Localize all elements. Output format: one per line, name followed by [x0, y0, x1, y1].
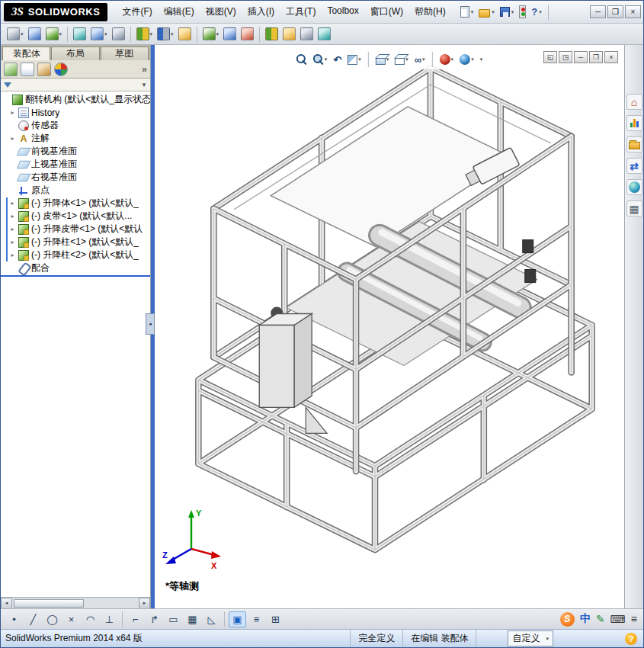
tree-item-component-lift-column-1[interactable]: (-) 升降柱<1> (默认<默认_ [1, 236, 150, 249]
handwriting-icon[interactable]: ✎ [596, 613, 605, 625]
close-button[interactable]: × [625, 5, 641, 18]
menu-help[interactable]: 帮助(H) [409, 2, 451, 21]
zoom-to-area-button[interactable]: ▾ [312, 51, 329, 68]
tree-item-component-lift-column-2[interactable]: (-) 升降柱<2> (默认<默认_ [1, 249, 150, 261]
circle-tool[interactable]: ◯ [43, 611, 61, 627]
perpendicular-tool[interactable]: ⊥ [101, 611, 118, 627]
bill-of-materials-button[interactable]: ▾ [201, 26, 221, 43]
assembly-features-button[interactable]: ▾ [135, 26, 155, 43]
add-view-tool[interactable]: ⊞ [267, 611, 284, 627]
assembly-model[interactable] [155, 45, 624, 608]
edit-appearance-button[interactable]: ▾ [438, 51, 456, 68]
ime-menu-icon[interactable]: ≡ [631, 613, 637, 625]
help-button[interactable]: ?▾ [530, 4, 543, 21]
mate-button[interactable] [27, 26, 43, 43]
file-explorer-button[interactable]: ⇄ [626, 158, 642, 174]
menu-file[interactable]: 文件(F) [117, 2, 157, 21]
grid-tool[interactable]: ▦ [184, 611, 201, 627]
tree-item-origin[interactable]: 原点 [1, 184, 150, 197]
tree-item-mates[interactable]: 配合 [1, 261, 150, 274]
rebuild-button[interactable] [517, 4, 527, 21]
external-references-button[interactable] [299, 26, 315, 43]
keyboard-icon[interactable]: ⌨ [610, 613, 626, 625]
graphics-viewport[interactable]: ▾ ↶ ▾ ▾ ▾ ∞▾ ▾ ▾ ▾ ◱ ◳ ─ ❐ × [155, 45, 624, 608]
tree-item-component-lift-body-1[interactable]: (-) 升降体<1> (默认<默认_ [1, 197, 150, 210]
open-button[interactable]: ▾ [477, 4, 496, 21]
arc-tool[interactable]: ◠ [82, 611, 99, 627]
apply-scene-button[interactable]: ▾ [458, 51, 476, 68]
splitter-collapse-button[interactable] [146, 313, 155, 335]
menu-toolbox[interactable]: Toolbox [322, 2, 364, 21]
tab-assembly[interactable]: 装配体 [2, 47, 50, 60]
doc-close-button[interactable]: × [604, 51, 618, 63]
exploded-view-button[interactable] [222, 26, 238, 43]
tab-layout[interactable]: 布局 [51, 47, 99, 60]
scroll-right-button[interactable]: ▸ [139, 598, 150, 609]
smart-fasteners-button[interactable] [72, 26, 88, 43]
tree-item-flip-mechanism[interactable]: 翻转机构 (默认<默认_显示状态 [1, 93, 150, 106]
expand-arrow-icon[interactable] [9, 226, 16, 233]
custom-properties-button[interactable]: ▦ [626, 200, 642, 217]
property-manager-tab-icon[interactable] [21, 63, 34, 76]
new-motion-study-button[interactable] [177, 26, 193, 43]
tree-item-front-plane[interactable]: 前视基准面 [1, 145, 150, 158]
scrollbar-thumb[interactable] [14, 599, 84, 608]
expand-arrow-icon[interactable] [9, 252, 16, 258]
scroll-left-button[interactable]: ◂ [1, 598, 12, 609]
expand-arrow-icon[interactable] [9, 135, 16, 142]
ime-language-toggle[interactable]: 中 [580, 612, 591, 626]
offset-tool[interactable]: ⌐ [127, 611, 144, 627]
tab-sketch[interactable]: 草图 [101, 47, 149, 60]
normal-to-tool[interactable]: ▣ [229, 611, 246, 627]
display-style-button[interactable]: ▾ [393, 51, 410, 68]
solidworks-resources-button[interactable]: ⌂ [626, 94, 642, 110]
feature-tree-tab-icon[interactable] [4, 63, 18, 76]
angle-tool[interactable]: ◺ [203, 611, 220, 627]
sketch-point-tool[interactable]: • [5, 611, 23, 627]
design-library-button[interactable] [626, 136, 642, 152]
dimxpert-tab-icon[interactable] [54, 63, 68, 76]
interference-detection-button[interactable] [264, 26, 280, 43]
tree-item-sensors[interactable]: 传感器 [1, 119, 150, 132]
tree-item-annotations[interactable]: 注解 [1, 132, 150, 145]
doc-restore-button[interactable]: ❐ [589, 51, 603, 63]
hide-show-items-button[interactable]: ∞▾ [413, 51, 427, 68]
list-tool[interactable]: ≡ [248, 611, 265, 627]
linear-component-pattern-button[interactable]: ▾ [44, 26, 64, 43]
configuration-manager-tab-icon[interactable] [37, 63, 51, 76]
menu-insert[interactable]: 插入(I) [242, 2, 280, 21]
zoom-to-fit-button[interactable] [295, 51, 309, 68]
menu-window[interactable]: 窗口(W) [365, 2, 409, 21]
expand-arrow-icon[interactable] [9, 213, 16, 220]
view-orientation-button[interactable]: ▾ [374, 51, 391, 68]
reference-geometry-button[interactable]: ▾ [155, 26, 175, 43]
custom-dropdown[interactable]: 自定义 ▾ [508, 630, 553, 646]
doc-minimize-button[interactable]: ─ [574, 51, 588, 63]
rollback-bar[interactable] [1, 275, 150, 277]
tree-item-component-belt-1[interactable]: (-) 皮带<1> (默认<默认... [1, 210, 150, 223]
menu-view[interactable]: 视图(V) [200, 2, 242, 21]
line-tool[interactable]: ╱ [24, 611, 42, 627]
expand-arrow-icon[interactable] [9, 200, 16, 207]
explode-line-sketch-button[interactable] [239, 26, 255, 43]
section-view-button[interactable]: ▾ [346, 51, 363, 68]
tile-window-button[interactable]: ◱ [543, 51, 557, 63]
restore-button[interactable]: ❐ [607, 5, 623, 18]
menu-tools[interactable]: 工具(T) [280, 2, 321, 21]
previous-view-button[interactable]: ↶ [332, 51, 343, 68]
expand-arrow-icon[interactable] [9, 109, 16, 116]
cascade-window-button[interactable]: ◳ [559, 51, 572, 63]
instant-3d-button[interactable] [281, 26, 297, 43]
appearances-scenes-button[interactable] [626, 179, 642, 195]
sogou-logo-icon[interactable]: S [560, 612, 575, 627]
move-component-button[interactable]: ▾ [89, 26, 109, 43]
tree-item-component-lift-belt-1[interactable]: (-) 升降皮带<1> (默认<默认 [1, 223, 150, 236]
menu-edit[interactable]: 编辑(E) [159, 2, 200, 21]
insert-components-button[interactable]: ▾ [5, 26, 25, 43]
tree-item-top-plane[interactable]: 上视基准面 [1, 158, 150, 171]
minimize-button[interactable]: ─ [590, 5, 606, 18]
large-assembly-mode-button[interactable] [316, 26, 332, 43]
filter-funnel-icon[interactable] [4, 82, 11, 88]
rectangle-tool[interactable]: ▭ [165, 611, 182, 627]
show-hidden-components-button[interactable] [111, 26, 127, 43]
